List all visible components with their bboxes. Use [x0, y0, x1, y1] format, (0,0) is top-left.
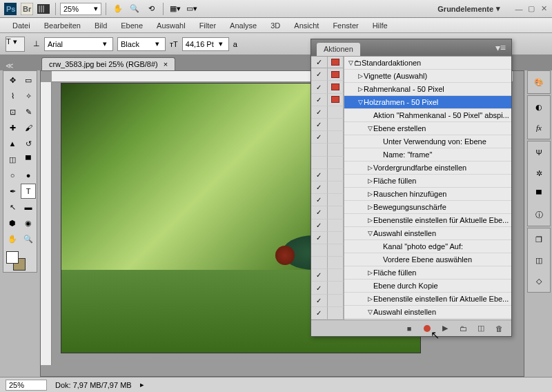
menu-hilfe[interactable]: Hilfe — [366, 19, 395, 32]
crop-tool-icon[interactable]: ⊡ — [5, 104, 20, 119]
tab-close-icon[interactable]: × — [164, 60, 168, 68]
screen-mode-icon[interactable]: ▭▾ — [184, 2, 199, 16]
3d-tool-icon[interactable]: ⬢ — [5, 215, 20, 231]
action-row[interactable]: ▽Holzrahmen - 50 Pixel — [344, 96, 511, 109]
document-tab[interactable]: crw_3583.jpg bei 25% (RGB/8#) × — [41, 57, 175, 70]
new-action-button[interactable]: ◫ — [475, 323, 486, 334]
action-row[interactable]: ▷Rauschen hinzufügen — [344, 188, 511, 201]
wand-tool-icon[interactable]: ✧ — [21, 88, 36, 104]
action-row[interactable]: Ebene durch Kopie — [344, 280, 511, 293]
eyedropper-tool-icon[interactable]: ✎ — [21, 104, 36, 119]
tool-preset-icon[interactable]: T ▾ — [6, 37, 25, 52]
action-check[interactable] — [311, 68, 328, 81]
action-check[interactable] — [311, 81, 328, 93]
action-row[interactable]: Name: "frame" — [344, 148, 511, 161]
path-select-icon[interactable]: ↖ — [5, 199, 20, 215]
menu-3d[interactable]: 3D — [264, 19, 287, 32]
action-check[interactable] — [311, 295, 328, 307]
panel-menu-icon[interactable]: ▾≡ — [495, 42, 506, 53]
action-dialog[interactable] — [328, 144, 344, 156]
action-dialog[interactable] — [328, 219, 344, 232]
action-row[interactable]: ▽Auswahl einstellen — [344, 227, 511, 240]
action-dialog[interactable] — [328, 81, 344, 93]
action-dialog[interactable] — [328, 68, 344, 81]
lasso-tool-icon[interactable]: ⌇ — [5, 88, 20, 104]
layers-panel-icon[interactable]: ❐ — [531, 231, 547, 248]
action-row[interactable]: Vordere Ebene auswählen — [344, 253, 511, 266]
menu-filter[interactable]: Filter — [193, 19, 223, 32]
blur-tool-icon[interactable]: ○ — [5, 168, 20, 183]
action-check[interactable] — [311, 144, 328, 156]
status-arrow-icon[interactable]: ▸ — [140, 380, 144, 389]
fg-color-swatch[interactable] — [6, 251, 19, 264]
action-dialog[interactable] — [328, 106, 344, 119]
action-row[interactable]: Unter Verwendung von: Ebene — [344, 135, 511, 148]
menu-ansicht[interactable]: Ansicht — [287, 19, 326, 32]
action-check[interactable] — [311, 194, 328, 206]
font-family-field[interactable]: Arial▾ — [44, 37, 113, 51]
bridge-icon[interactable]: Br — [19, 2, 34, 16]
toggle-all-check[interactable]: ✓ — [311, 57, 328, 68]
action-check[interactable] — [311, 282, 328, 294]
action-row[interactable]: ▷Fläche füllen — [344, 175, 511, 188]
navigator-panel-icon[interactable]: ✲ — [531, 165, 547, 182]
action-dialog[interactable] — [328, 295, 344, 307]
play-button[interactable]: ▶ — [440, 323, 451, 334]
action-check[interactable] — [311, 94, 328, 106]
menu-fenster[interactable]: Fenster — [326, 19, 365, 32]
rotate-view-icon[interactable]: ⟲ — [144, 2, 159, 16]
close-button[interactable]: ✕ — [538, 3, 549, 14]
eraser-tool-icon[interactable]: ◫ — [5, 152, 20, 167]
action-row[interactable]: ▷Fläche füllen — [344, 266, 511, 280]
menu-analyse[interactable]: Analyse — [223, 19, 264, 32]
3d-camera-icon[interactable]: ◉ — [21, 215, 36, 231]
zoom-canvas-icon[interactable]: 🔍 — [21, 231, 36, 246]
font-weight-field[interactable]: Black▾ — [117, 37, 166, 51]
action-dialog[interactable] — [328, 206, 344, 219]
action-row[interactable]: ▽Ebene erstellen — [344, 122, 511, 135]
new-set-button[interactable]: 🗀 — [457, 323, 469, 334]
move-tool-icon[interactable]: ✥ — [5, 72, 20, 88]
action-row[interactable]: Aktion "Rahmenkanal - 50 Pixel" abspi... — [344, 109, 511, 122]
action-dialog[interactable] — [328, 94, 344, 106]
gradient-tool-icon[interactable]: ▀ — [21, 152, 36, 167]
antialias-icon[interactable]: a — [233, 40, 237, 48]
action-dialog[interactable] — [328, 269, 344, 282]
action-dialog[interactable] — [328, 257, 344, 269]
record-button[interactable] — [422, 323, 433, 334]
minimize-button[interactable]: — — [513, 3, 524, 14]
dodge-tool-icon[interactable]: ● — [21, 168, 36, 183]
action-dialog[interactable] — [328, 244, 344, 257]
actions-tab[interactable]: Aktionen — [317, 43, 360, 56]
maximize-button[interactable]: ▢ — [526, 3, 537, 14]
action-row[interactable]: ▷Vordergrundfarbe einstellen — [344, 161, 511, 175]
color-swatches[interactable] — [5, 250, 36, 271]
action-check[interactable] — [311, 269, 328, 282]
action-dialog[interactable] — [328, 169, 344, 182]
action-row[interactable]: ▷Ebenenstile einstellen für Aktuelle Ebe… — [344, 214, 511, 227]
marquee-tool-icon[interactable]: ▭ — [21, 72, 36, 88]
menu-auswahl[interactable]: Auswahl — [150, 19, 193, 32]
stamp-tool-icon[interactable]: ▲ — [5, 136, 20, 151]
color-panel-icon[interactable]: 🎨 — [531, 74, 547, 90]
menu-datei[interactable]: Datei — [6, 19, 37, 32]
action-check[interactable] — [311, 106, 328, 119]
action-check[interactable] — [311, 219, 328, 232]
actions-list[interactable]: ▽🗀 Standardaktionen▷Vignette (Auswahl)▷R… — [344, 57, 511, 320]
zoom-dropdown[interactable]: 25%▾ — [60, 3, 101, 15]
toggle-all-dialog[interactable] — [328, 57, 344, 68]
pen-tool-icon[interactable]: ✒ — [5, 184, 20, 199]
type-tool-icon[interactable]: T — [21, 184, 36, 199]
action-row[interactable]: Kanal "photo edge" Auf: — [344, 240, 511, 253]
orientation-icon[interactable]: ⊥ — [33, 39, 40, 48]
shape-tool-icon[interactable]: ▬ — [21, 199, 36, 215]
menu-ebene[interactable]: Ebene — [114, 19, 150, 32]
action-row[interactable]: ▷Rahmenkanal - 50 Pixel — [344, 83, 511, 96]
action-dialog[interactable] — [328, 157, 344, 169]
ruler-vertical[interactable] — [41, 82, 52, 365]
history-brush-icon[interactable]: ↺ — [21, 136, 36, 151]
zoom-tool-icon[interactable]: 🔍 — [127, 2, 142, 16]
action-check[interactable] — [311, 157, 328, 169]
mini-bridge-icon[interactable] — [36, 2, 51, 16]
action-row[interactable]: ▽Auswahl einstellen — [344, 306, 511, 319]
